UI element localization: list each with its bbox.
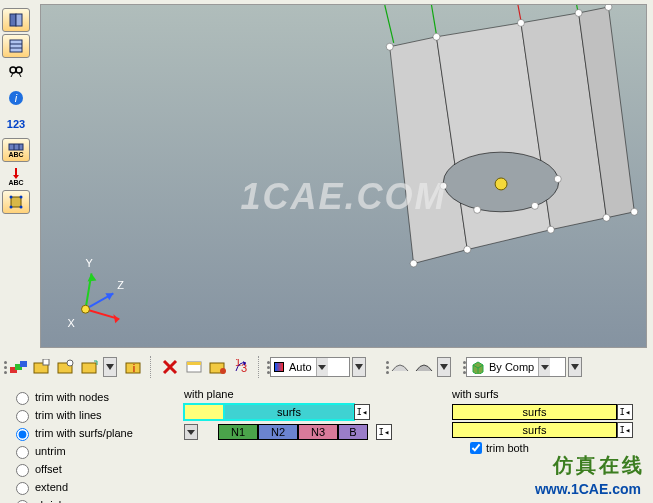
- radio-extend[interactable]: extend: [16, 478, 133, 496]
- svg-point-38: [547, 226, 554, 233]
- folder-info-button[interactable]: i: [123, 356, 145, 378]
- radio-trim-with-nodes[interactable]: trim with nodes: [16, 388, 133, 406]
- folder-dropdown[interactable]: [103, 357, 117, 377]
- b-button[interactable]: B: [338, 424, 368, 440]
- surfs1-reset-button[interactable]: I◂: [617, 404, 633, 420]
- svg-marker-74: [440, 364, 448, 370]
- svg-marker-80: [571, 364, 579, 370]
- transform-button[interactable]: [2, 190, 30, 214]
- bycomp-label: By Comp: [489, 361, 534, 373]
- view-wireframe-button[interactable]: [2, 34, 30, 58]
- radio-shrink[interactable]: shrink: [16, 496, 133, 503]
- surfs-selector-1[interactable]: surfs: [452, 404, 617, 420]
- auto-label: Auto: [289, 361, 312, 373]
- svg-rect-56: [43, 359, 49, 365]
- svg-line-23: [518, 5, 521, 21]
- nodes-reset-button[interactable]: I◂: [376, 424, 392, 440]
- n3-button[interactable]: N3: [298, 424, 338, 440]
- numbers-label: 123: [7, 118, 25, 130]
- separator-icon: [258, 356, 264, 378]
- svg-point-18: [20, 196, 23, 199]
- svg-point-20: [20, 206, 23, 209]
- shade-dropdown[interactable]: [437, 357, 451, 377]
- 3d-viewport[interactable]: X Y Z 1CAE.COM: [40, 4, 647, 348]
- svg-marker-72: [318, 365, 326, 370]
- svg-point-51: [82, 305, 90, 313]
- svg-marker-15: [13, 175, 19, 179]
- trim-mode-radios: trim with nodes trim with lines trim wit…: [16, 388, 133, 503]
- surfs-selector-2[interactable]: surfs: [452, 422, 617, 438]
- svg-point-43: [531, 202, 538, 209]
- collectors-button[interactable]: [7, 356, 29, 378]
- svg-rect-0: [10, 14, 16, 26]
- watermark: 1CAE.COM: [240, 176, 446, 218]
- svg-rect-16: [11, 197, 21, 207]
- svg-marker-79: [541, 365, 549, 370]
- axis-x-label: X: [68, 317, 76, 329]
- abc-arrow-button[interactable]: ABC: [2, 164, 30, 188]
- svg-rect-54: [20, 361, 27, 367]
- color-gradient-icon: [274, 362, 284, 372]
- shade-mode-1[interactable]: [389, 356, 411, 378]
- radio-untrim[interactable]: untrim: [16, 442, 133, 460]
- svg-marker-81: [187, 430, 195, 435]
- radio-trim-with-lines[interactable]: trim with lines: [16, 406, 133, 424]
- svg-point-9: [9, 91, 23, 105]
- view-perspective-button[interactable]: [2, 8, 30, 32]
- surfs2-reset-button[interactable]: I◂: [617, 422, 633, 438]
- abc-grid-button[interactable]: ABC: [2, 138, 30, 162]
- plane-surfs-color[interactable]: [184, 404, 224, 420]
- shade-mode-2[interactable]: [413, 356, 435, 378]
- with-surfs-label: with surfs: [452, 388, 498, 400]
- separator-icon: [150, 356, 156, 378]
- plane-reset-button[interactable]: I◂: [354, 404, 370, 420]
- svg-marker-48: [87, 273, 96, 281]
- svg-line-8: [19, 73, 21, 77]
- folder-tree-button[interactable]: [79, 356, 101, 378]
- svg-point-19: [10, 206, 13, 209]
- axis-y-label: Y: [86, 257, 94, 269]
- trim-both-label: trim both: [486, 442, 529, 454]
- card-icon[interactable]: [183, 356, 205, 378]
- color-options-dropdown[interactable]: [352, 357, 366, 377]
- n1-button[interactable]: N1: [218, 424, 258, 440]
- mid-toolbar: i 13 Auto By Comp: [4, 352, 647, 382]
- delete-button[interactable]: [159, 356, 181, 378]
- folder-link-button[interactable]: [55, 356, 77, 378]
- radio-trim-with-surfs-plane[interactable]: trim with surfs/plane: [16, 424, 133, 442]
- numbers-button[interactable]: 123: [2, 112, 30, 136]
- n2-button[interactable]: N2: [258, 424, 298, 440]
- bycomp-combo[interactable]: By Comp: [466, 357, 566, 377]
- svg-rect-1: [16, 14, 22, 26]
- svg-point-33: [517, 19, 524, 26]
- bycomp-options-dropdown[interactable]: [568, 357, 582, 377]
- svg-point-39: [603, 214, 610, 221]
- svg-point-68: [220, 368, 226, 374]
- svg-point-35: [605, 5, 612, 10]
- svg-point-40: [631, 208, 638, 215]
- chevron-down-icon: [538, 358, 550, 376]
- color-mode-combo[interactable]: Auto: [270, 357, 350, 377]
- svg-line-22: [431, 5, 436, 35]
- plane-surfs-selector[interactable]: surfs: [224, 404, 354, 420]
- brand-cn: 仿真在线: [553, 452, 645, 479]
- trim-both-checkbox[interactable]: trim both: [470, 442, 529, 454]
- left-toolbar: i 123 ABC ABC: [2, 8, 34, 216]
- folder-node-button[interactable]: [207, 356, 229, 378]
- find-button[interactable]: [2, 60, 30, 84]
- svg-point-34: [575, 9, 582, 16]
- svg-point-17: [10, 196, 13, 199]
- chevron-down-icon: [316, 358, 328, 376]
- abc-arrow-label: ABC: [8, 179, 23, 186]
- plane-direction-dropdown[interactable]: [184, 424, 198, 440]
- folder-add-button[interactable]: [31, 356, 53, 378]
- svg-point-42: [474, 206, 481, 213]
- svg-point-5: [10, 67, 16, 73]
- svg-line-21: [385, 5, 394, 43]
- radio-offset[interactable]: offset: [16, 460, 133, 478]
- renumber-button[interactable]: 13: [231, 356, 253, 378]
- info-button[interactable]: i: [2, 86, 30, 110]
- svg-text:i: i: [133, 362, 135, 374]
- svg-point-36: [410, 260, 417, 267]
- svg-marker-73: [355, 364, 363, 370]
